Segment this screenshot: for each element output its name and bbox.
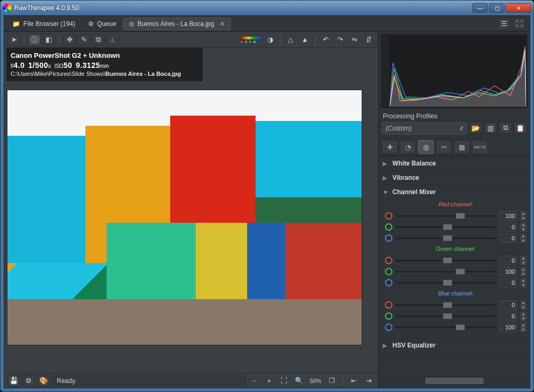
slider-green-r[interactable] (396, 256, 496, 265)
save-button[interactable]: 💾 (7, 375, 20, 387)
slider-blue-r[interactable] (396, 301, 496, 309)
profile-select[interactable]: (Custom) ⇳ (382, 122, 467, 135)
info-toggle-button[interactable]: ⓘ (28, 34, 41, 46)
value-blue-r[interactable]: 0 (499, 300, 517, 310)
reset-red-r[interactable] (385, 212, 392, 220)
cat-exposure[interactable]: ✚ (382, 140, 398, 154)
reset-red-b[interactable] (385, 234, 392, 242)
spinner-red-g[interactable]: ▲▼ (520, 222, 527, 232)
tab-file-browser[interactable]: 📁 File Browser (194) (6, 18, 81, 30)
window-title: RawTherapee 4.0.9.50 (14, 4, 472, 12)
editor-toolbar: ➤ ⓘ ◧ ✥ ✎ ⧉ ⟂ ◑ △ (4, 32, 378, 48)
cat-color[interactable]: ◎ (418, 140, 434, 154)
spinner-red-b[interactable]: ▲▼ (520, 233, 527, 243)
rotate-left-button[interactable]: ↶ (319, 34, 332, 46)
nav-prev-button[interactable]: ⇤ (347, 375, 360, 387)
picker-icon: ✎ (81, 36, 87, 43)
slider-blue-g[interactable] (396, 312, 496, 320)
toggle-panels-button[interactable]: ☰ (498, 18, 511, 30)
reset-blue-g[interactable] (385, 312, 392, 320)
titlebar[interactable]: RawTherapee 4.0.9.50 — ▢ ✕ (1, 1, 533, 15)
panels-icon: ☰ (501, 20, 507, 28)
crop-tool-button[interactable]: ⧉ (92, 34, 104, 46)
reset-green-g[interactable] (385, 268, 392, 275)
image-canvas[interactable]: Canon PowerShot G2 + Unknown f/4.0 1/500… (4, 48, 378, 373)
arrow-icon: ➤ (11, 36, 17, 43)
value-green-g[interactable]: 100 (499, 267, 517, 276)
spinner-blue-r[interactable]: ▲▼ (520, 300, 527, 310)
picker-tool-button[interactable]: ✎ (77, 34, 90, 46)
tab-image[interactable]: ◎ Buenos Aires - La Boca.jpg ✕ (123, 18, 231, 30)
fullscreen-button[interactable]: ⛶ (513, 18, 526, 30)
profile-paste-button[interactable]: 📋 (514, 122, 527, 134)
value-red-b[interactable]: 0 (499, 233, 517, 243)
preview-image[interactable] (7, 90, 362, 345)
zoom-out-button[interactable]: － (248, 375, 261, 387)
queue-put-button[interactable]: ⚙ (22, 375, 35, 387)
cat-raw[interactable]: ▩ (454, 140, 470, 154)
spinner-green-b[interactable]: ▲▼ (520, 278, 527, 288)
flip-h-button[interactable]: ⇋ (348, 34, 361, 46)
app-icon (3, 4, 11, 12)
value-blue-b[interactable]: 100 (499, 323, 517, 332)
spinner-green-r[interactable]: ▲▼ (520, 256, 527, 265)
ext-editor-button[interactable]: 🎨 (37, 375, 50, 387)
tab-queue[interactable]: ⚙ Queue (82, 18, 122, 30)
shadow-clip-button[interactable]: ▲ (299, 34, 311, 46)
new-detail-window-button[interactable]: ❐ (326, 375, 338, 387)
gamut-indicator[interactable] (241, 35, 262, 45)
rotate-right-button[interactable]: ↷ (334, 34, 346, 46)
reset-red-g[interactable] (385, 223, 392, 231)
slider-red-g[interactable] (396, 223, 496, 231)
cat-meta[interactable]: META (472, 140, 488, 154)
palette-icon: 🎨 (39, 377, 48, 385)
slider-blue-b[interactable] (396, 323, 496, 332)
slider-green-g[interactable] (396, 267, 496, 276)
maximize-button[interactable]: ▢ (489, 3, 505, 13)
channel-mixer-body: Red channel: 100▲▼ 0▲▼ 0▲▼ Green channel… (381, 199, 528, 338)
value-red-g[interactable]: 0 (499, 222, 517, 232)
value-green-b[interactable]: 0 (499, 278, 517, 288)
nav-next-button[interactable]: ⇥ (362, 375, 375, 387)
spinner-red-r[interactable]: ▲▼ (520, 211, 527, 221)
close-button[interactable]: ✕ (506, 3, 531, 13)
panel-hsv-equalizer[interactable]: ▶ HSV Equalizer (381, 338, 528, 352)
before-after-button[interactable]: ◧ (42, 34, 55, 46)
chevron-right-icon: ▶ (383, 175, 389, 181)
profile-save-button[interactable]: ▥ (484, 122, 497, 134)
profile-copy-button[interactable]: ⧉ (499, 122, 512, 134)
tab-close-button[interactable]: ✕ (220, 20, 225, 28)
compare-icon: ◧ (46, 36, 52, 43)
value-green-r[interactable]: 0 (499, 256, 517, 265)
move-tool-button[interactable]: ✥ (63, 34, 76, 46)
value-red-r[interactable]: 100 (499, 211, 517, 221)
minimize-button[interactable]: — (472, 3, 488, 13)
panel-white-balance[interactable]: ▶ White Balance (381, 156, 528, 170)
reset-blue-b[interactable] (385, 324, 392, 331)
profile-load-button[interactable]: 📂 (469, 122, 482, 134)
highlight-clip-button[interactable]: △ (284, 34, 297, 46)
hand-tool-button[interactable]: ➤ (7, 34, 20, 46)
panel-channel-mixer[interactable]: ▼ Channel Mixer (381, 185, 528, 199)
zoom-100-button[interactable]: 🔍 (293, 375, 305, 387)
cat-detail[interactable]: ◔ (400, 140, 416, 154)
right-panel-scrollbar[interactable] (381, 376, 528, 386)
spinner-green-g[interactable]: ▲▼ (520, 267, 527, 276)
slider-green-b[interactable] (396, 278, 496, 287)
zoom-fit-button[interactable]: ⛶ (278, 375, 291, 387)
spinner-blue-b[interactable]: ▲▼ (520, 323, 527, 332)
reset-green-b[interactable] (385, 279, 392, 286)
soft-proof-button[interactable]: ◑ (264, 34, 276, 46)
straighten-tool-button[interactable]: ⟂ (106, 34, 119, 46)
histogram[interactable] (381, 34, 528, 108)
slider-red-b[interactable] (396, 234, 496, 242)
reset-blue-r[interactable] (385, 301, 392, 309)
zoom-in-button[interactable]: ＋ (263, 375, 276, 387)
cat-transform[interactable]: ✂ (436, 140, 452, 154)
slider-red-r[interactable] (396, 212, 496, 220)
reset-green-r[interactable] (385, 257, 392, 264)
value-blue-g[interactable]: 0 (499, 311, 517, 321)
panel-vibrance[interactable]: ▶ Vibrance (381, 171, 528, 185)
spinner-blue-g[interactable]: ▲▼ (520, 311, 527, 321)
flip-v-button[interactable]: ⇵ (362, 34, 375, 46)
